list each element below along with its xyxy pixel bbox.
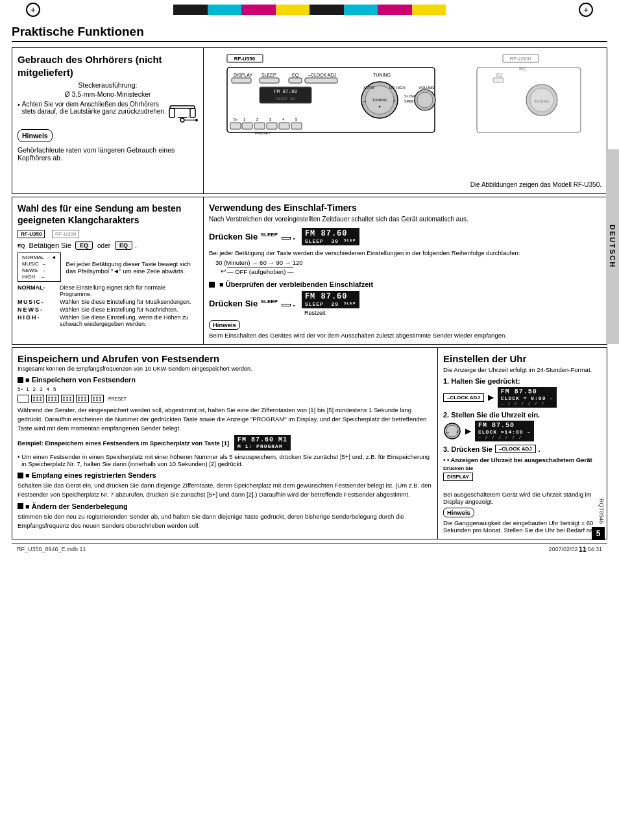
svg-text:TUNING: TUNING <box>372 98 387 102</box>
headphone-subtitle: Steckerausführung: <box>18 81 198 89</box>
empfang-text: Schalten Sie das Gerät ein, und drücken … <box>18 481 432 499</box>
svg-text:–: – <box>446 429 450 435</box>
footer-left: RF_U350_8946_E.indb 11 <box>17 546 86 552</box>
svg-rect-46 <box>242 123 252 129</box>
svg-point-38 <box>417 92 433 108</box>
step2-label: 2. Stellen Sie die Uhrzeit ein. <box>443 411 601 419</box>
clock-display-1: FM 87.50 CLOCK = 0:00 – – / / / / / / <box>498 387 557 408</box>
preset-btn-1[interactable] <box>31 395 44 402</box>
svg-text:TUNING: TUNING <box>373 73 391 77</box>
svg-rect-1 <box>169 108 175 117</box>
sleep-reihenfolge: Bei jeder Betätigung der Taste werden di… <box>209 249 601 256</box>
sleep-button-1[interactable] <box>282 237 291 240</box>
color-block-black2 <box>310 5 344 15</box>
step3-label: 3. Drücken Sie –CLOCK ADJ . <box>443 445 601 453</box>
normal-desc-row: NORMAL- Diese Einstellung eignet sich fü… <box>18 284 198 297</box>
clock-adj-button-1[interactable]: –CLOCK ADJ <box>443 393 484 402</box>
headphone-title: Gebrauch des Ohrhörers (nicht mitgeliefe… <box>18 53 198 79</box>
klang-title: Wahl des für eine Sendung am besten geei… <box>18 203 198 226</box>
uhr-section: Einstellen der Uhr Die Anzeige der Uhrze… <box>438 348 607 539</box>
normal-desc-text: Diese Einstellung eignet sich für normal… <box>60 284 198 297</box>
page-number-box: 5 <box>592 527 605 540</box>
svg-text:5+: 5+ <box>234 117 238 121</box>
sleep-button-2[interactable] <box>282 304 291 306</box>
device-diagram-area: RF-U350 RF-U300 EQ DISPLAY SLEEP EQ –CLO… <box>204 48 607 193</box>
svg-text:RF-U300: RF-U300 <box>509 56 531 62</box>
drucken-label-1: Drücken Sie SLEEP . <box>209 232 295 241</box>
news-label: NEWS- <box>18 306 60 313</box>
preset-btn-5plus[interactable] <box>18 395 29 402</box>
preset-5plus-label: 5+ <box>18 386 23 392</box>
music-desc-row: MUSIC- Wählen Sie diese Einstellung für … <box>18 299 198 305</box>
eq-button-2[interactable]: EQ <box>115 241 132 250</box>
eq-button-1[interactable]: EQ <box>75 241 93 250</box>
news-desc-text: Wählen Sie diese Einstellung für Nachric… <box>60 306 178 313</box>
svg-text:VOLUME: VOLUME <box>419 86 435 90</box>
svg-text:→: → <box>186 115 190 119</box>
svg-rect-48 <box>267 123 277 129</box>
sleep-display-1: FM 87.60 SLEEP 30 SLEP <box>302 228 359 245</box>
svg-text:+: + <box>455 429 459 435</box>
svg-text:2: 2 <box>256 117 259 121</box>
page-number: 11 <box>579 545 587 553</box>
preset-btn-4[interactable] <box>76 395 89 402</box>
svg-text:1: 1 <box>243 117 246 121</box>
black-sq-2 <box>18 377 23 383</box>
preset-btn-3[interactable] <box>61 395 74 402</box>
headphone-section: Gebrauch des Ohrhörers (nicht mitgeliefe… <box>12 48 204 193</box>
svg-text:DISPLAY: DISPLAY <box>234 73 252 77</box>
hinweis-badge-uhr: Hinweis <box>443 508 474 517</box>
footer-right: 2007/02/02 13:04:31 <box>548 546 602 552</box>
preset-3-label: 3 <box>40 386 42 392</box>
step1-label: 1. Halten Sie gedrückt: <box>443 377 601 385</box>
svg-text:EQ: EQ <box>496 73 502 78</box>
svg-rect-50 <box>291 123 302 129</box>
oder-text: oder <box>97 242 110 249</box>
svg-rect-49 <box>279 123 289 129</box>
aendern-text: Stimmen Sie den neu zu registrierenden S… <box>18 512 432 530</box>
svg-text:–CLOCK ADJ: –CLOCK ADJ <box>308 73 336 77</box>
preset-btn-5[interactable] <box>91 395 104 402</box>
language-sidebar: DEUTSCH <box>606 149 619 344</box>
anzeigen-text-uhr: Bei ausgeschaltetem Gerät wird die Uhrze… <box>443 491 601 505</box>
normal-label: NORMAL- <box>18 284 60 297</box>
svg-text:+: + <box>393 98 396 104</box>
uhr-title: Einstellen der Uhr <box>443 353 601 364</box>
svg-text:RF-U350: RF-U350 <box>234 56 255 62</box>
sleep-intro: Nach Verstreichen der voreingestellten Z… <box>209 216 601 223</box>
festsender-title: Einspeichern und Abrufen von Festsendern <box>18 353 432 364</box>
color-block-black <box>173 5 208 15</box>
svg-point-4 <box>180 118 184 122</box>
page-footer: RF_U350_8946_E.indb 11 2007/02/02 13:04:… <box>12 543 607 554</box>
empfang-title: ■ Empfang eines registrierten Senders <box>25 471 156 479</box>
uhr-intro: Die Anzeige der Uhrzeit erfolgt im 24-St… <box>443 366 601 373</box>
color-block-cyan <box>208 5 242 15</box>
registration-mark-left: + <box>26 3 40 17</box>
sleep-section: Verwendung des Einschlaf-Timers Nach Ver… <box>204 197 607 344</box>
rf-u300-badge: RF-U300 <box>52 230 79 238</box>
preset-btn-2[interactable] <box>46 395 59 402</box>
clock-adj-button-2[interactable]: –CLOCK ADJ <box>495 445 536 453</box>
sleep-off: ↩ — OFF (aufgehoben) — <box>221 267 601 275</box>
restzeit-label: Restzeit <box>304 310 326 316</box>
high-label: HIGH- <box>18 314 60 327</box>
display-button-uhr[interactable]: DISPLAY <box>443 473 473 481</box>
rqt-label: RQT8946 <box>598 499 605 524</box>
rf-u350-diagram: RF-U350 RF-U300 EQ DISPLAY SLEEP EQ –CLO… <box>224 53 587 180</box>
preset-2-label: 2 <box>33 386 36 392</box>
svg-rect-47 <box>254 123 265 129</box>
aendern-title: ■ Ändern der Senderbelegung <box>25 502 128 510</box>
hinweis-text-sleep: Beim Einschalten des Gerätes wird der vo… <box>209 332 601 339</box>
hinweis-text: Gehörfachleute raten vom längeren Gebrau… <box>18 146 198 162</box>
level-news: NEWS– <box>22 267 56 273</box>
svg-rect-2 <box>190 108 195 117</box>
registration-mark-right: + <box>579 3 593 17</box>
color-block-yellow <box>276 5 310 15</box>
black-sq-3 <box>18 473 23 478</box>
svg-text:3: 3 <box>269 117 272 121</box>
preset-4-label: 4 <box>46 386 49 392</box>
level-music: MUSIC– <box>22 261 56 267</box>
svg-rect-19 <box>232 78 251 83</box>
svg-rect-22 <box>305 78 337 83</box>
black-sq-4 <box>18 503 23 509</box>
